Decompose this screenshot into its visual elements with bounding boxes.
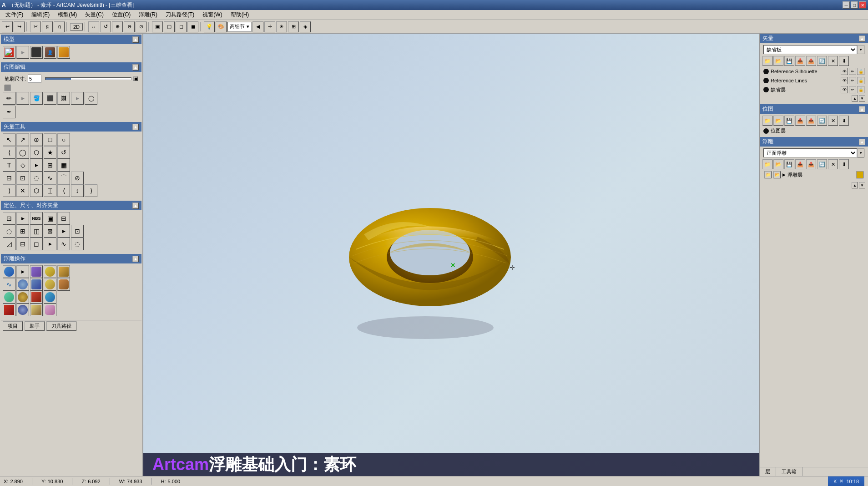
pencil-tool[interactable]: ✒ xyxy=(3,106,15,118)
tab-layers[interactable]: 层 xyxy=(760,467,776,476)
relief-up-btn[interactable]: ▲ xyxy=(852,182,858,188)
menu-edit[interactable]: 编辑(E) xyxy=(28,10,53,20)
tab-toolbox[interactable]: 工具箱 xyxy=(776,467,802,476)
relief-import[interactable]: 📥 xyxy=(795,159,805,169)
layer-ref-silhouette[interactable]: Reference Silhouette 👁 ✏ 🔒 xyxy=(762,67,866,76)
shape-tool[interactable]: ◯ xyxy=(85,92,97,105)
view-2d-button[interactable]: 2D xyxy=(70,23,83,30)
menu-view[interactable]: 视窗(W) xyxy=(199,10,226,20)
fuding-tool-7[interactable] xyxy=(30,278,43,291)
fuding-tool-14[interactable] xyxy=(3,304,15,316)
fuding-arrow[interactable]: ▶ xyxy=(16,265,29,278)
title-bar-controls[interactable]: ─ □ ✕ xyxy=(843,1,866,9)
center-tool[interactable]: ◌ xyxy=(3,225,15,238)
light-button[interactable]: 💡 xyxy=(204,21,215,32)
transform-tool[interactable]: ⊕ xyxy=(30,133,43,146)
layer-edit-3[interactable]: ✏ xyxy=(849,86,856,93)
align-tl[interactable]: ⊡ xyxy=(3,212,15,225)
vector-down[interactable]: ▼ xyxy=(859,95,865,101)
brush-size-input[interactable] xyxy=(28,75,41,83)
view3d-top-button[interactable]: ◻ xyxy=(176,21,187,32)
rail-tool[interactable]: ⌶ xyxy=(44,184,56,197)
redo-button[interactable]: ↪ xyxy=(14,21,25,32)
fuding-tool-5[interactable]: ∿ xyxy=(3,278,15,291)
view3d-persp-button[interactable]: ◼ xyxy=(187,21,198,32)
space-tool[interactable]: ⊠ xyxy=(44,225,56,238)
fuding-tool-3[interactable] xyxy=(44,265,56,278)
fuding-tool-6[interactable] xyxy=(16,278,29,291)
model-tool-1[interactable] xyxy=(3,46,15,59)
layer-open[interactable]: 📂 xyxy=(773,56,783,66)
prev-button[interactable]: ◀ xyxy=(252,21,263,32)
bitmap-layer-item[interactable]: 位图层 xyxy=(762,127,866,135)
position-tool[interactable]: ⊟ xyxy=(57,212,70,225)
arrow-tool3[interactable]: ▶ xyxy=(30,159,43,172)
line-tool[interactable]: ⟨ xyxy=(57,184,70,197)
layer-default[interactable]: 缺省层 👁 ✏ 🔒 xyxy=(762,85,866,94)
menu-relief[interactable]: 浮雕(R) xyxy=(135,10,161,20)
size-tool[interactable]: ▣ xyxy=(44,212,56,225)
rect-tool[interactable]: □ xyxy=(44,133,56,146)
fuding-tool-13[interactable] xyxy=(44,291,56,304)
maximize-button[interactable]: □ xyxy=(851,1,858,9)
ellipse-tool[interactable]: ◯ xyxy=(16,146,29,159)
distribute-h[interactable]: ⊞ xyxy=(16,225,29,238)
shiliang-scroll[interactable]: ▲ xyxy=(132,124,139,130)
nbs-tool[interactable]: NBS xyxy=(30,212,43,225)
layer-lock-1[interactable]: 🔒 xyxy=(857,68,864,75)
relief-dropdown[interactable]: 正面浮雕 xyxy=(763,148,857,157)
menu-file[interactable]: 文件(F) xyxy=(2,10,27,20)
hex-tool[interactable]: ⬡ xyxy=(30,146,43,159)
layer-vis-3[interactable]: 👁 xyxy=(841,86,848,93)
layer-edit-1[interactable]: ✏ xyxy=(849,68,856,75)
weitu-scroll[interactable]: ▲ xyxy=(132,64,139,71)
brush-size-slider[interactable] xyxy=(45,77,131,80)
relief-dropdown-btn[interactable]: ▾ xyxy=(857,148,864,157)
block-tool[interactable]: ▦ xyxy=(57,159,70,172)
circle-tool[interactable]: ○ xyxy=(57,133,70,146)
view3d-front-button[interactable]: ▣ xyxy=(152,21,163,32)
boolean-tool[interactable]: ▶ xyxy=(44,238,56,250)
angle-tool[interactable]: ⟩ xyxy=(3,184,15,197)
layer-refresh[interactable]: 🔄 xyxy=(817,56,827,66)
relief-tree-item[interactable]: 📁 📂 ▶ 浮雕层 xyxy=(762,170,866,179)
zoom-out-button[interactable]: ⊖ xyxy=(124,21,135,32)
text-tool[interactable]: T xyxy=(3,159,15,172)
relief-folder-icon2[interactable]: 📂 xyxy=(773,171,781,178)
vector-up[interactable]: ▲ xyxy=(852,95,858,101)
moxing-scroll[interactable]: ▲ xyxy=(132,36,139,43)
relief-delete[interactable]: ✕ xyxy=(828,159,838,169)
resize-tool[interactable]: ↕ xyxy=(71,184,84,197)
zoom-fit-button[interactable]: ⊙ xyxy=(136,21,146,32)
bmp-import[interactable]: 📥 xyxy=(795,116,805,126)
menu-vector[interactable]: 矢量(C) xyxy=(81,10,107,20)
menu-help[interactable]: 帮助(H) xyxy=(227,10,253,20)
layer-delete[interactable]: ✕ xyxy=(828,56,838,66)
fuding-tool-11[interactable] xyxy=(16,291,29,304)
dingwei-scroll[interactable]: ▲ xyxy=(132,202,139,209)
vector-dropdown[interactable]: 缺省板 xyxy=(763,45,857,54)
layer-lock-3[interactable]: 🔒 xyxy=(857,86,864,93)
layer-lock-2[interactable]: 🔒 xyxy=(857,77,864,84)
arc-tool[interactable]: ↺ xyxy=(57,146,70,159)
filter-tool[interactable]: 🖼 xyxy=(57,92,70,105)
paste-button[interactable]: ⎙ xyxy=(54,21,65,32)
menu-model[interactable]: 模型(M) xyxy=(54,10,81,20)
wave-tool[interactable]: ◌ xyxy=(30,172,43,184)
zoom-in-button[interactable]: ⊕ xyxy=(112,21,123,32)
relief-folder-icon[interactable]: 📁 xyxy=(764,171,772,178)
layer-move-down[interactable]: ⬇ xyxy=(839,56,849,66)
close-path-tool[interactable]: ⟩ xyxy=(85,184,97,197)
relief-color-btn[interactable] xyxy=(856,171,863,178)
tab-toolpath[interactable]: 刀具路径 xyxy=(46,321,76,331)
fuding-tool-16[interactable] xyxy=(30,304,43,316)
menu-toolpath[interactable]: 刀具路径(T) xyxy=(162,10,198,20)
model-tool-2[interactable] xyxy=(30,46,43,59)
rotate-45[interactable]: ◿ xyxy=(3,238,15,250)
fuding-tool-8[interactable] xyxy=(44,278,56,291)
brush-size-dec[interactable]: ◼ xyxy=(133,76,138,81)
curve-tool[interactable]: ⌒ xyxy=(57,172,70,184)
draw-tool[interactable]: ✏ xyxy=(3,92,15,105)
relief-export[interactable]: 📤 xyxy=(806,159,816,169)
tab-assistant[interactable]: 助手 xyxy=(25,321,45,331)
